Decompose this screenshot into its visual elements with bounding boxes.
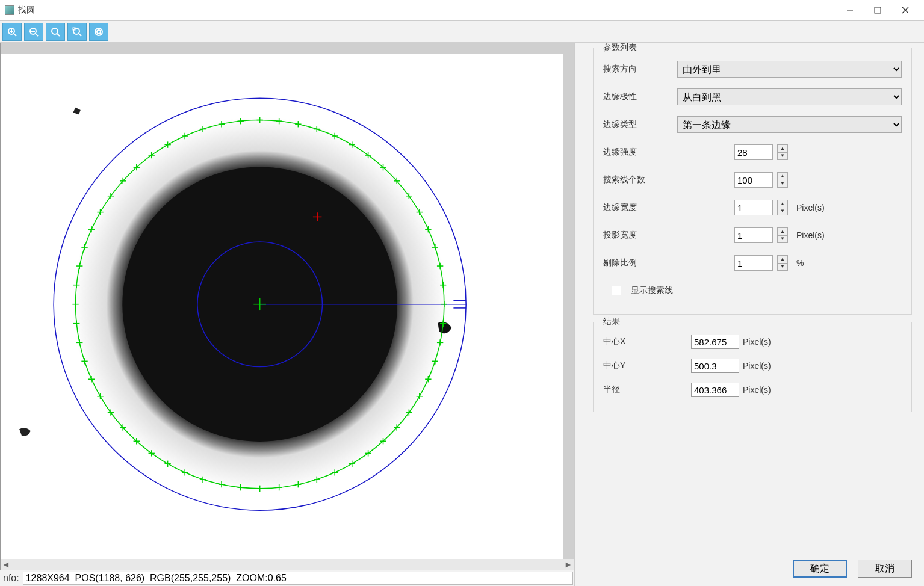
main-area: ◄ ► nfo: 参数列表 搜索方向 由外到里 边缘极性 从白到黑 bbox=[0, 43, 924, 586]
params-group-title: 参数列表 bbox=[600, 43, 640, 53]
center-x-label: 中心X bbox=[603, 336, 687, 347]
close-button[interactable] bbox=[891, 1, 919, 19]
show-lines-checkbox[interactable] bbox=[612, 286, 621, 295]
center-y-label: 中心Y bbox=[603, 360, 687, 371]
params-group: 参数列表 搜索方向 由外到里 边缘极性 从白到黑 边缘类型 第一条边缘 bbox=[593, 48, 912, 315]
edge-type-select[interactable]: 第一条边缘 bbox=[677, 116, 902, 133]
results-group-title: 结果 bbox=[600, 316, 624, 327]
zoom-fit-icon[interactable] bbox=[67, 23, 87, 41]
edge-width-spinner[interactable]: ▲▼ bbox=[777, 200, 788, 215]
center-x-value[interactable] bbox=[691, 335, 739, 349]
canvas-panel: ◄ ► nfo: bbox=[0, 43, 575, 586]
zoom-in-icon[interactable] bbox=[2, 23, 22, 41]
edge-width-label: 边缘宽度 bbox=[603, 202, 730, 213]
cancel-button[interactable]: 取消 bbox=[858, 560, 912, 578]
reject-ratio-input[interactable] bbox=[734, 255, 773, 271]
maximize-button[interactable] bbox=[864, 1, 891, 19]
line-count-spinner[interactable]: ▲▼ bbox=[777, 172, 788, 188]
center-y-unit: Pixel(s) bbox=[743, 361, 771, 371]
radius-value[interactable] bbox=[691, 383, 739, 397]
scroll-right-icon[interactable]: ► bbox=[563, 559, 574, 570]
proj-width-label: 投影宽度 bbox=[603, 230, 730, 241]
status-bar: nfo: bbox=[0, 570, 574, 586]
svg-line-9 bbox=[36, 34, 38, 36]
reject-ratio-label: 剔除比例 bbox=[603, 258, 730, 268]
toolbar bbox=[0, 21, 924, 43]
center-x-unit: Pixel(s) bbox=[743, 337, 771, 347]
scrollbar-stub-top[interactable] bbox=[1, 43, 563, 54]
edge-width-unit: Pixel(s) bbox=[796, 203, 825, 212]
status-label: nfo: bbox=[1, 573, 19, 584]
svg-point-13 bbox=[73, 28, 79, 34]
proj-width-unit: Pixel(s) bbox=[796, 230, 825, 240]
edge-polarity-select[interactable]: 从白到黑 bbox=[677, 88, 902, 105]
status-info-field[interactable] bbox=[23, 572, 573, 585]
overlay-svg bbox=[1, 54, 563, 548]
image-canvas[interactable] bbox=[1, 54, 563, 548]
svg-line-5 bbox=[14, 34, 16, 36]
edge-strength-spinner[interactable]: ▲▼ bbox=[777, 144, 788, 160]
reject-ratio-unit: % bbox=[796, 258, 804, 268]
show-lines-label: 显示搜索线 bbox=[631, 285, 673, 296]
zoom-reset-icon[interactable] bbox=[89, 23, 108, 41]
radius-label: 半径 bbox=[603, 384, 687, 395]
center-y-value[interactable] bbox=[691, 359, 739, 373]
image-viewport[interactable]: ◄ ► bbox=[0, 43, 574, 570]
zoom-out-icon[interactable] bbox=[24, 23, 43, 41]
results-group: 结果 中心X Pixel(s) 中心Y Pixel(s) 半径 Pixel(s) bbox=[593, 322, 912, 412]
svg-line-12 bbox=[57, 34, 60, 36]
footer-buttons: 确定 取消 bbox=[593, 556, 912, 581]
minimize-button[interactable] bbox=[836, 1, 864, 19]
svg-point-16 bbox=[95, 28, 102, 35]
side-panel: 参数列表 搜索方向 由外到里 边缘极性 从白到黑 边缘类型 第一条边缘 bbox=[575, 43, 924, 586]
svg-point-11 bbox=[52, 28, 58, 34]
edge-polarity-label: 边缘极性 bbox=[603, 91, 672, 102]
search-dir-select[interactable]: 由外到里 bbox=[677, 61, 902, 78]
window-title: 找圆 bbox=[18, 5, 35, 16]
horizontal-scrollbar[interactable]: ◄ ► bbox=[1, 559, 574, 570]
scroll-left-icon[interactable]: ◄ bbox=[1, 559, 11, 570]
radius-unit: Pixel(s) bbox=[743, 385, 771, 395]
proj-width-input[interactable] bbox=[734, 227, 773, 243]
edge-strength-label: 边缘强度 bbox=[603, 147, 730, 158]
svg-line-14 bbox=[79, 34, 81, 36]
zoom-area-icon[interactable] bbox=[46, 23, 65, 41]
titlebar: 找圆 bbox=[0, 0, 924, 21]
line-count-label: 搜索线个数 bbox=[603, 174, 730, 185]
vertical-scrollbar[interactable] bbox=[563, 43, 574, 570]
edge-width-input[interactable] bbox=[734, 200, 773, 215]
edge-strength-input[interactable] bbox=[734, 144, 773, 160]
proj-width-spinner[interactable]: ▲▼ bbox=[777, 227, 788, 243]
ok-button[interactable]: 确定 bbox=[793, 560, 847, 578]
edge-type-label: 边缘类型 bbox=[603, 119, 672, 130]
reject-ratio-spinner[interactable]: ▲▼ bbox=[777, 255, 788, 271]
line-count-input[interactable] bbox=[734, 172, 773, 188]
search-dir-label: 搜索方向 bbox=[603, 64, 672, 75]
app-icon bbox=[5, 5, 14, 15]
svg-point-17 bbox=[97, 30, 101, 34]
svg-rect-1 bbox=[875, 7, 881, 13]
